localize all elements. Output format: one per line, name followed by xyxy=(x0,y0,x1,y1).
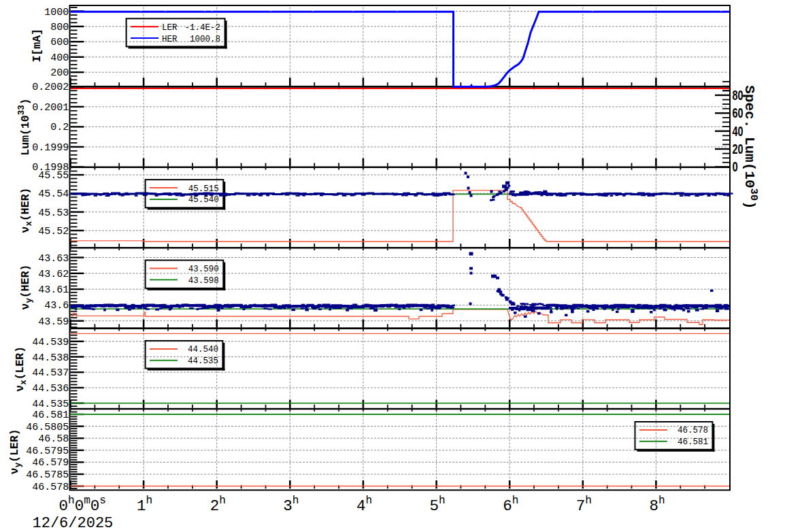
svg-text:43.63: 43.63 xyxy=(38,253,69,265)
svg-text:44.540: 44.540 xyxy=(188,345,218,354)
svg-text:0.1999: 0.1999 xyxy=(32,142,69,154)
svg-text:12/6/2025: 12/6/2025 xyxy=(33,515,114,532)
svg-text:400: 400 xyxy=(50,52,69,64)
svg-text:44.535: 44.535 xyxy=(188,356,218,366)
svg-text:LER: LER xyxy=(162,23,178,33)
svg-text:45.54: 45.54 xyxy=(38,188,69,200)
svg-text:46.5785: 46.5785 xyxy=(26,469,69,481)
svg-text:44.536: 44.536 xyxy=(32,383,69,395)
svg-text:45.540: 45.540 xyxy=(188,195,219,205)
svg-text:45.55: 45.55 xyxy=(38,170,69,182)
svg-text:46.58: 46.58 xyxy=(38,433,69,445)
svg-text:0.2001: 0.2001 xyxy=(32,102,69,114)
svg-text:0.2002: 0.2002 xyxy=(32,82,69,93)
svg-text:43.62: 43.62 xyxy=(38,269,69,280)
svg-text:I[mA]: I[mA] xyxy=(31,29,44,63)
svg-text:44.538: 44.538 xyxy=(32,352,69,364)
svg-text:43.590: 43.590 xyxy=(188,265,219,274)
svg-text:1000: 1000 xyxy=(44,7,69,18)
svg-text:-1.4E-2: -1.4E-2 xyxy=(185,23,221,33)
svg-text:46.578: 46.578 xyxy=(32,482,69,493)
svg-text:44.535: 44.535 xyxy=(32,399,69,410)
svg-text:43.61: 43.61 xyxy=(38,284,69,296)
svg-text:43.6: 43.6 xyxy=(44,300,69,312)
svg-text:43.598: 43.598 xyxy=(188,276,219,286)
svg-text:46.581: 46.581 xyxy=(32,410,69,421)
svg-text:0: 0 xyxy=(733,159,738,174)
svg-text:800: 800 xyxy=(50,22,69,33)
svg-text:46.579: 46.579 xyxy=(32,457,69,469)
svg-text:1000.8: 1000.8 xyxy=(190,35,220,44)
svg-text:45.52: 45.52 xyxy=(38,226,69,237)
svg-text:45.53: 45.53 xyxy=(38,207,69,219)
svg-text:45.515: 45.515 xyxy=(188,184,219,194)
svg-text:44.539: 44.539 xyxy=(32,337,69,348)
svg-text:46.578: 46.578 xyxy=(678,426,708,435)
svg-text:600: 600 xyxy=(50,37,69,48)
svg-text:HER: HER xyxy=(162,35,178,44)
svg-text:46.5795: 46.5795 xyxy=(26,446,69,457)
svg-text:46.5805: 46.5805 xyxy=(26,422,69,433)
svg-text:0.2: 0.2 xyxy=(50,122,69,133)
svg-text:43.59: 43.59 xyxy=(38,316,69,328)
svg-text:46.581: 46.581 xyxy=(678,437,708,447)
svg-text:0h0m0s: 0h0m0s xyxy=(59,495,106,515)
svg-text:44.537: 44.537 xyxy=(32,367,69,379)
svg-text:200: 200 xyxy=(50,67,69,79)
